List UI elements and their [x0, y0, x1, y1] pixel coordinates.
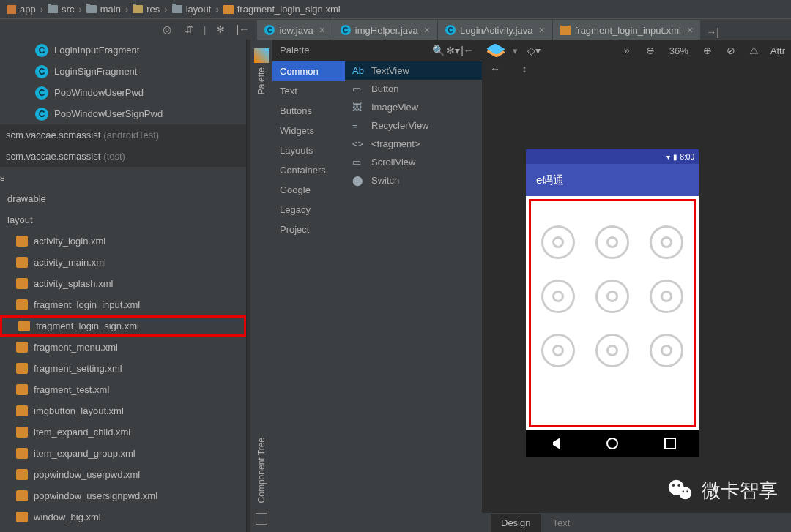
attributes-label[interactable]: Attr [770, 45, 785, 56]
zoom-fit-icon[interactable]: ⊘ [724, 43, 738, 58]
tree-package[interactable]: scm.vaccae.scmassist(androidTest) [0, 124, 246, 146]
bc-layout[interactable]: layout [169, 4, 215, 15]
tree-xml[interactable]: popwindow_userpwd.xml [0, 464, 246, 485]
pan-v-icon[interactable]: ↕ [517, 61, 532, 76]
svg-point-2 [672, 484, 675, 487]
tree-xml[interactable]: item_expand_child.xml [0, 422, 246, 443]
pattern-dot[interactable] [650, 225, 683, 259]
zoom-out-icon[interactable]: ⊖ [643, 43, 658, 58]
design-text-tabs: Design Text [482, 513, 791, 532]
palette-cat-legacy[interactable]: Legacy [272, 200, 345, 220]
bc-main[interactable]: main [83, 4, 124, 15]
pattern-dot[interactable] [541, 225, 575, 259]
palette-cat-common[interactable]: Common [272, 61, 345, 81]
palette-item-imageview[interactable]: 🖼ImageView [345, 98, 482, 116]
pattern-dot[interactable] [595, 225, 629, 259]
watermark: 微卡智享 [666, 476, 778, 504]
pattern-dot[interactable] [541, 334, 575, 367]
prev-icon[interactable]: |← [235, 22, 250, 37]
device-preview[interactable]: ▾ ▮ 8:00 e码通 [526, 149, 699, 457]
close-icon[interactable]: × [319, 24, 325, 36]
palette-item-switch[interactable]: ⬤Switch [345, 171, 482, 190]
tree-package[interactable]: scm.vaccae.scmassist(test) [0, 146, 246, 167]
palette-gutter: Palette Component Tree [250, 40, 272, 532]
tree-xml[interactable]: fragment_setting.xml [0, 358, 246, 379]
component-tree-tab-label[interactable]: Component Tree [256, 438, 267, 503]
tree-xml[interactable]: item_expand_group.xml [0, 443, 246, 464]
palette-item-textview[interactable]: AbTextView [345, 61, 482, 80]
pan-h-icon[interactable]: ↔ [488, 61, 502, 76]
tree-xml[interactable]: fragment_login_input.xml [0, 294, 246, 315]
palette-cat-buttons[interactable]: Buttons [272, 101, 345, 121]
pattern-dot[interactable] [595, 280, 629, 313]
tab-fragment-login-input[interactable]: fragment_login_input.xml× [553, 20, 700, 40]
tree-class[interactable]: CPopWindowUserSignPwd [0, 103, 246, 124]
palette-cat-layouts[interactable]: Layouts [272, 141, 345, 160]
tree-xml[interactable]: fragment_menu.xml [0, 337, 246, 358]
palette-item-button[interactable]: ▭Button [345, 80, 482, 98]
zoom-in-icon[interactable]: ⊕ [700, 43, 715, 58]
design-tab[interactable]: Design [491, 514, 541, 532]
gear-icon[interactable]: ✻▾ [445, 43, 460, 58]
tree-xml[interactable]: activity_splash.xml [0, 273, 246, 294]
tree-xml[interactable]: activity_login.xml [0, 231, 246, 252]
palette-cat-project[interactable]: Project [272, 220, 345, 239]
palette-cat-google[interactable]: Google [272, 180, 345, 200]
layers-icon[interactable] [488, 44, 504, 57]
tree-folder-s[interactable]: s [0, 167, 246, 188]
tree-icon[interactable] [256, 513, 267, 525]
bc-src[interactable]: src [45, 4, 77, 15]
tree-xml[interactable]: imgbutton_layout.xml [0, 400, 246, 422]
nav-recent-icon [664, 438, 676, 449]
palette-item-fragment[interactable]: <><fragment> [345, 135, 482, 153]
pattern-lock-grid[interactable] [538, 225, 687, 367]
tree-class[interactable]: CLoginInputFragment [0, 40, 246, 61]
next-icon[interactable]: →| [705, 25, 720, 40]
collapse-icon[interactable]: ⇵ [182, 22, 196, 37]
tree-class[interactable]: CPopWindowUserPwd [0, 82, 246, 103]
phone-status-bar: ▾ ▮ 8:00 [526, 149, 699, 164]
editor-toolbar: ◎ ⇵ | ✻ |← Ciew.java× CimgHelper.java× C… [0, 19, 791, 40]
text-tab[interactable]: Text [542, 514, 580, 532]
pattern-dot[interactable] [650, 334, 683, 367]
close-icon[interactable]: × [539, 24, 545, 36]
tab-iew-java[interactable]: Ciew.java× [257, 20, 332, 40]
close-icon[interactable]: × [687, 24, 693, 36]
palette-tab-label[interactable]: Palette [256, 67, 267, 94]
search-icon[interactable]: 🔍 [431, 43, 445, 58]
breadcrumb: app › src › main › res › layout › fragme… [0, 0, 791, 19]
orientation-icon[interactable]: ◇▾ [527, 43, 541, 58]
tree-xml-selected[interactable]: fragment_login_sign.xml [0, 315, 246, 337]
wechat-icon [666, 476, 694, 504]
pattern-dot[interactable] [650, 280, 683, 313]
gear-icon[interactable]: ✻ [213, 22, 228, 37]
pattern-dot[interactable] [541, 280, 575, 313]
palette-cat-containers[interactable]: Containers [272, 160, 345, 180]
tree-folder-drawable[interactable]: drawable [0, 188, 246, 209]
tree-xml[interactable]: fragment_test.xml [0, 379, 246, 400]
palette-item-recyclerview[interactable]: ≡RecyclerView [345, 116, 482, 135]
tab-imghelper[interactable]: CimgHelper.java× [333, 20, 437, 40]
palette-cat-text[interactable]: Text [272, 81, 345, 101]
bc-res[interactable]: res [130, 4, 163, 15]
tab-loginactivity[interactable]: CLoginActivity.java× [438, 20, 552, 40]
tree-folder-layout[interactable]: layout [0, 209, 246, 231]
dock-icon[interactable]: |← [460, 43, 475, 58]
bc-app[interactable]: app [4, 4, 39, 15]
palette-item-scrollview[interactable]: ▭ScrollView [345, 153, 482, 171]
tree-class[interactable]: CLoginSignFragment [0, 61, 246, 82]
palette-cat-widgets[interactable]: Widgets [272, 121, 345, 141]
bc-file[interactable]: fragment_login_sign.xml [220, 4, 343, 15]
more-icon[interactable]: » [620, 43, 634, 58]
zoom-level: 36% [669, 45, 688, 56]
tree-xml[interactable]: window_big.xml [0, 506, 246, 528]
pattern-dot[interactable] [595, 334, 629, 367]
target-icon[interactable]: ◎ [160, 22, 174, 37]
palette-title: Palette [280, 45, 309, 56]
tree-xml[interactable]: popwindow_usersignpwd.xml [0, 485, 246, 506]
close-icon[interactable]: × [424, 24, 430, 36]
phone-navbar [526, 430, 699, 457]
tree-xml[interactable]: activity_main.xml [0, 252, 246, 273]
warning-icon[interactable]: ⚠ [747, 43, 762, 58]
nav-back-icon [549, 438, 560, 449]
